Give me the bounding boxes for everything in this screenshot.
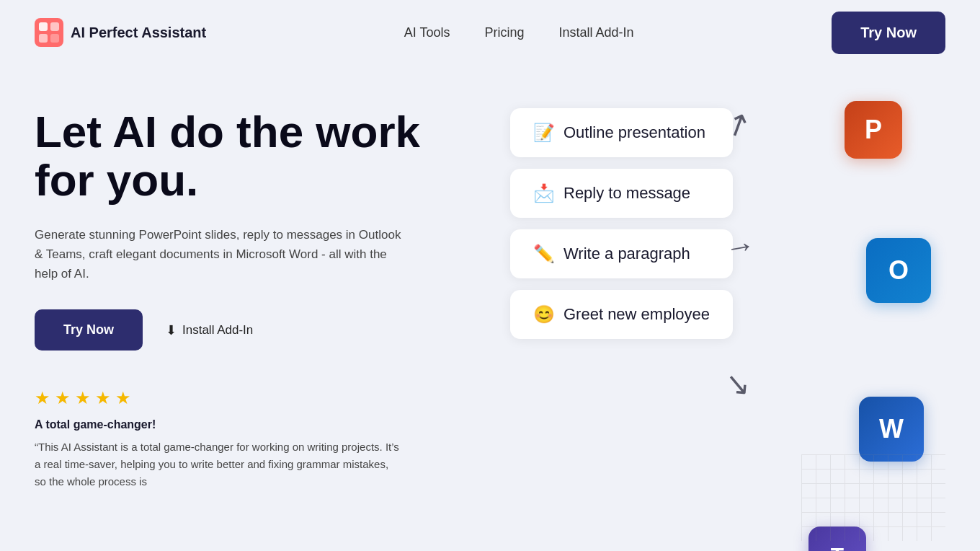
reply-emoji: 📩: [533, 183, 555, 203]
hero-section: Let AI do the work for you. Generate stu…: [0, 65, 980, 548]
brand-logo[interactable]: AI Perfect Assistant: [35, 18, 206, 47]
download-icon: ⬇: [166, 322, 177, 338]
teams-letter: T: [831, 543, 844, 551]
reply-label: Reply to message: [564, 184, 690, 203]
nav-try-now-button[interactable]: Try Now: [832, 12, 945, 54]
outline-emoji: 📝: [533, 123, 555, 143]
outlook-icon: O: [866, 238, 931, 303]
feature-card-outline: 📝 Outline presentation: [510, 108, 733, 157]
hero-install-button[interactable]: ⬇ Install Add-In: [166, 322, 253, 338]
star-3: ★: [75, 388, 91, 408]
arrow-to-outlook: →: [722, 227, 758, 267]
hero-subtitle: Generate stunning PowerPoint slides, rep…: [35, 225, 409, 284]
hero-title: Let AI do the work for you.: [35, 108, 453, 205]
hero-right: 📝 Outline presentation 📩 Reply to messag…: [467, 94, 945, 541]
install-label: Install Add-In: [182, 323, 253, 338]
feature-cards: 📝 Outline presentation 📩 Reply to messag…: [510, 108, 733, 339]
nav-links: AI Tools Pricing Install Add-In: [404, 25, 634, 40]
brand-name: AI Perfect Assistant: [71, 25, 206, 41]
star-2: ★: [55, 388, 71, 408]
star-rating: ★ ★ ★ ★ ★: [35, 388, 453, 408]
outlook-letter: O: [888, 255, 909, 286]
hero-left: Let AI do the work for you. Generate stu…: [35, 94, 453, 490]
feature-card-write: ✏️ Write a paragraph: [510, 229, 733, 278]
write-emoji: ✏️: [533, 244, 555, 264]
svg-rect-0: [35, 18, 63, 47]
star-1: ★: [35, 388, 50, 408]
logo-icon: [35, 18, 63, 47]
feature-card-greet: 😊 Greet new employee: [510, 290, 733, 339]
svg-rect-4: [50, 34, 59, 43]
nav-pricing[interactable]: Pricing: [485, 25, 525, 40]
star-5: ★: [115, 388, 131, 408]
write-label: Write a paragraph: [564, 244, 690, 263]
nav-ai-tools[interactable]: AI Tools: [404, 25, 450, 40]
decorative-grid: [801, 454, 945, 541]
hero-actions: Try Now ⬇ Install Add-In: [35, 309, 453, 351]
svg-rect-2: [50, 22, 59, 31]
feature-card-reply: 📩 Reply to message: [510, 169, 733, 218]
star-4: ★: [95, 388, 111, 408]
word-icon: W: [859, 397, 924, 462]
review-text: “This AI Assistant is a total game-chang…: [35, 438, 402, 490]
svg-rect-3: [39, 34, 48, 43]
powerpoint-icon: P: [845, 101, 902, 159]
arrow-to-word: ↘: [723, 366, 752, 403]
navbar: AI Perfect Assistant AI Tools Pricing In…: [0, 0, 980, 65]
powerpoint-letter: P: [865, 115, 882, 145]
hero-try-now-button[interactable]: Try Now: [35, 309, 143, 351]
greet-label: Greet new employee: [564, 305, 710, 324]
outline-label: Outline presentation: [564, 123, 705, 142]
svg-rect-1: [39, 22, 48, 31]
word-letter: W: [879, 414, 904, 444]
nav-install[interactable]: Install Add-In: [559, 25, 634, 40]
review-title: A total game-changer!: [35, 418, 453, 431]
greet-emoji: 😊: [533, 304, 555, 325]
